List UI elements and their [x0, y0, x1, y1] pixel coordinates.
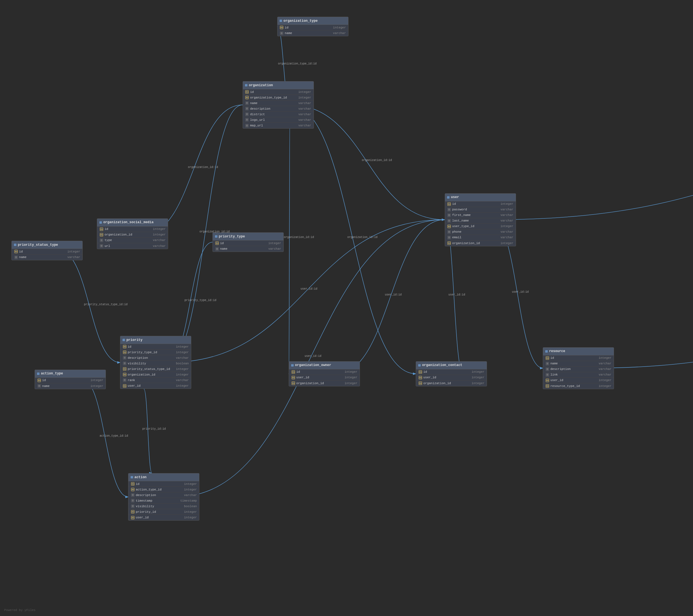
field-name: name — [550, 362, 597, 365]
primary-key-icon — [280, 26, 284, 29]
svg-rect-125 — [15, 257, 17, 258]
foreign-key-icon — [418, 375, 422, 379]
field-name: id — [423, 370, 471, 373]
field-type: varchar — [176, 356, 189, 360]
field-type: integer — [500, 202, 513, 206]
svg-rect-146 — [124, 358, 126, 359]
field-name: description — [550, 367, 597, 371]
svg-rect-204 — [547, 374, 548, 374]
field-type: integer — [91, 378, 103, 382]
table-action: ⊞actionidintegeraction_type_idintegerdes… — [128, 473, 199, 520]
field-name: id — [127, 345, 175, 348]
table-field-row: idinteger — [128, 481, 199, 487]
table-grid-icon: ⊞ — [14, 243, 16, 247]
field-name: id — [550, 356, 597, 360]
table-field-row: resource_type_idinteger — [543, 383, 614, 389]
svg-rect-245 — [133, 512, 134, 512]
svg-rect-21 — [281, 27, 283, 28]
svg-rect-69 — [101, 234, 103, 235]
foreign-key-icon — [123, 373, 126, 377]
table-title: organization_owner — [295, 363, 332, 367]
table-header-organization: ⊞organization — [243, 81, 314, 89]
table-field-row: organization_idinteger — [416, 381, 487, 386]
field-icon — [99, 238, 103, 242]
svg-rect-72 — [100, 239, 102, 240]
svg-rect-92 — [448, 209, 450, 209]
primary-key-icon — [447, 202, 451, 206]
svg-point-172 — [292, 377, 293, 378]
svg-rect-202 — [547, 370, 548, 370]
svg-text:user_id:id: user_id:id — [304, 355, 321, 358]
field-type: varchar — [153, 244, 165, 248]
svg-rect-182 — [421, 372, 421, 372]
field-type: varchar — [599, 373, 612, 376]
table-title: organization_type — [283, 19, 317, 23]
table-field-row: user_type_idinteger — [445, 224, 516, 229]
table-field-row: idinteger — [35, 378, 105, 383]
field-name: rank — [127, 378, 175, 382]
svg-rect-186 — [421, 377, 421, 378]
table-field-row: descriptionvarchar — [128, 492, 199, 498]
svg-text:priority_status_type_id:id: priority_status_type_id:id — [84, 303, 127, 306]
field-name: password — [452, 208, 499, 211]
field-type: integer — [184, 516, 197, 519]
field-icon — [245, 101, 249, 105]
field-name: url — [104, 244, 152, 248]
field-name: phone — [452, 230, 499, 233]
table-field-row: logo_urlvarchar — [243, 117, 314, 123]
table-field-row: idinteger — [416, 369, 487, 375]
table-field-row: descriptionvarchar — [543, 367, 614, 372]
svg-rect-102 — [448, 221, 450, 222]
svg-rect-48 — [246, 119, 248, 119]
svg-rect-236 — [132, 500, 134, 500]
table-field-row: phonevarchar — [445, 229, 516, 235]
svg-rect-242 — [132, 507, 134, 507]
field-name: description — [127, 356, 175, 360]
primary-key-icon — [245, 90, 249, 94]
svg-point-88 — [448, 204, 449, 205]
field-icon — [123, 362, 126, 366]
svg-rect-106 — [450, 226, 450, 227]
field-name: email — [452, 236, 499, 239]
table-field-row: rankvarchar — [120, 377, 191, 383]
svg-rect-173 — [293, 377, 295, 378]
svg-point-184 — [419, 377, 420, 378]
svg-rect-165 — [124, 386, 126, 386]
field-type: integer — [184, 510, 197, 514]
svg-rect-108 — [448, 231, 450, 231]
field-icon — [245, 118, 249, 122]
svg-rect-96 — [448, 214, 450, 215]
field-type: integer — [500, 242, 513, 245]
svg-point-180 — [419, 372, 420, 372]
field-name: organization_id — [452, 242, 499, 245]
field-name: id — [285, 26, 332, 29]
svg-rect-44 — [246, 113, 248, 114]
field-type: integer — [184, 488, 197, 491]
field-icon — [245, 107, 249, 111]
table-title: action_type — [41, 372, 63, 375]
field-name: user_type_id — [452, 225, 499, 228]
svg-point-68 — [100, 234, 101, 235]
field-type: integer — [344, 370, 357, 373]
table-field-row: user_idinteger — [289, 375, 360, 381]
svg-rect-101 — [448, 220, 450, 221]
table-header-organization_type: ⊞organization_type — [278, 17, 348, 25]
table-grid-icon: ⊞ — [280, 18, 282, 23]
svg-point-208 — [547, 380, 547, 381]
field-type: integer — [344, 376, 357, 379]
svg-rect-144 — [124, 357, 126, 357]
svg-text:organization_id:id: organization_id:id — [188, 166, 218, 169]
svg-rect-185 — [420, 377, 422, 378]
svg-point-248 — [132, 517, 133, 518]
svg-rect-237 — [132, 500, 134, 501]
primary-key-icon — [215, 241, 219, 245]
table-grid-icon: ⊞ — [123, 337, 125, 342]
table-priority_type: ⊞priority_typeidintegernamevarchar — [213, 232, 284, 252]
svg-rect-73 — [100, 240, 102, 241]
svg-point-136 — [124, 346, 124, 347]
svg-rect-77 — [100, 246, 102, 246]
svg-text:user_id:id: user_id:id — [449, 293, 465, 296]
svg-rect-122 — [17, 251, 17, 252]
svg-point-104 — [448, 226, 449, 227]
table-organization_owner: ⊞organization_owneridintegeruser_idinteg… — [289, 361, 360, 386]
